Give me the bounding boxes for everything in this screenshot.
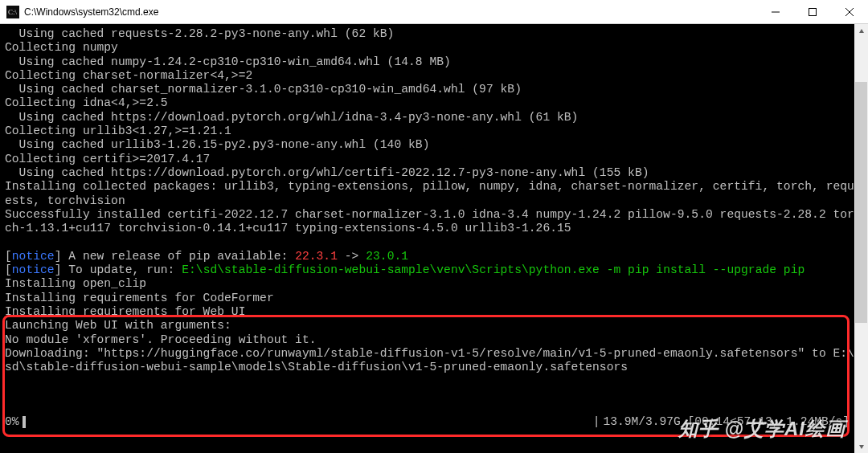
window-title: C:\Windows\system32\cmd.exe <box>24 6 158 18</box>
terminal-line: Collecting numpy <box>5 41 866 55</box>
terminal-line: Installing requirements for CodeFormer <box>5 292 866 305</box>
terminal-line: Downloading: "https://huggingface.co/run… <box>5 347 866 361</box>
terminal-line: ch-1.13.1+cu117 torchvision-0.14.1+cu117… <box>5 222 866 235</box>
terminal-segment: E:\sd\stable-diffusion-webui-sample\venv… <box>182 263 805 276</box>
terminal-segment: Downloading: "https://huggingface.co/run… <box>5 347 854 360</box>
terminal-line: Using cached charset_normalizer-3.1.0-cp… <box>5 83 866 96</box>
terminal-segment: -> <box>338 250 366 263</box>
terminal-segment: ] To update, run: <box>55 263 182 276</box>
download-progress-row: 0% | 13.9M/3.97G [00:14<57:13, 1.24MB/s] <box>5 415 850 429</box>
terminal-segment: Collecting certifi>=2017.4.17 <box>5 153 210 165</box>
progress-bar-fill <box>23 416 26 428</box>
terminal-line: Using cached urllib3-1.26.15-py2.py3-non… <box>5 138 866 152</box>
terminal-segment: Collecting charset-normalizer<4,>=2 <box>5 69 252 82</box>
terminal-segment: [ <box>5 263 12 276</box>
terminal-line: Collecting charset-normalizer<4,>=2 <box>5 69 866 83</box>
svg-text:C:\: C:\ <box>8 8 18 16</box>
terminal-line: [notice] A new release of pip available:… <box>5 250 866 263</box>
terminal-line: Using cached requests-2.28.2-py3-none-an… <box>5 27 866 41</box>
terminal-line: [notice] To update, run: E:\sd\stable-di… <box>5 263 866 277</box>
terminal-segment: 23.0.1 <box>366 250 408 263</box>
terminal-line: Installing requirements for Web UI <box>5 305 866 319</box>
terminal-line: Using cached https://download.pytorch.or… <box>5 166 866 180</box>
terminal-line: Using cached https://download.pytorch.or… <box>5 111 866 124</box>
terminal-line: sd\stable-diffusion-webui-sample\models\… <box>5 361 866 374</box>
terminal-segment: ests, torchvision <box>5 194 125 207</box>
maximize-button[interactable] <box>794 0 831 24</box>
scrollbar-thumb[interactable] <box>855 82 867 323</box>
terminal-segment: 22.3.1 <box>295 250 338 263</box>
terminal-segment: Installing open_clip <box>5 277 146 290</box>
terminal-line <box>5 235 866 249</box>
cmd-icon: C:\ <box>6 6 19 18</box>
svg-rect-3 <box>809 8 817 15</box>
terminal-line <box>5 374 866 388</box>
close-button[interactable] <box>831 0 868 24</box>
terminal-line: Installing open_clip <box>5 277 866 291</box>
terminal-segment: Launching Web UI with arguments: <box>5 319 231 332</box>
terminal-output[interactable]: Using cached requests-2.28.2-py3-none-an… <box>0 24 868 453</box>
terminal-line: Successfully installed certifi-2022.12.7… <box>5 208 866 222</box>
terminal-segment: Using cached https://download.pytorch.or… <box>5 166 649 179</box>
progress-stats: 13.9M/3.97G [00:14<57:13, 1.24MB/s] <box>603 415 850 429</box>
scrollbar-down-arrow-icon[interactable] <box>854 439 868 453</box>
terminal-segment: Using cached https://download.pytorch.or… <box>5 111 578 124</box>
terminal-segment: ch-1.13.1+cu117 torchvision-0.14.1+cu117… <box>5 222 571 235</box>
terminal-segment: Collecting idna<4,>=2.5 <box>5 96 168 109</box>
terminal-segment: Collecting urllib3<1.27,>=1.21.1 <box>5 124 231 137</box>
svg-marker-6 <box>859 29 864 33</box>
svg-marker-7 <box>859 445 864 449</box>
terminal-segment: Installing collected packages: urllib3, … <box>5 180 854 193</box>
terminal-segment: sd\stable-diffusion-webui-sample\models\… <box>5 361 628 373</box>
terminal-segment: Using cached requests-2.28.2-py3-none-an… <box>5 27 394 40</box>
titlebar[interactable]: C:\ C:\Windows\system32\cmd.exe <box>0 0 868 24</box>
window-frame: C:\ C:\Windows\system32\cmd.exe Using ca… <box>0 0 868 453</box>
terminal-segment: [ <box>5 250 12 263</box>
terminal-line: Installing collected packages: urllib3, … <box>5 180 866 194</box>
terminal-line: Collecting idna<4,>=2.5 <box>5 96 866 110</box>
terminal-line: No module 'xformers'. Proceeding without… <box>5 333 866 347</box>
terminal-line: Launching Web UI with arguments: <box>5 319 866 333</box>
terminal-segment: No module 'xformers'. Proceeding without… <box>5 333 317 346</box>
scrollbar-up-arrow-icon[interactable] <box>854 24 868 38</box>
terminal-segment: Using cached urllib3-1.26.15-py2.py3-non… <box>5 138 429 151</box>
terminal-segment: Collecting numpy <box>5 41 118 54</box>
terminal-area: Using cached requests-2.28.2-py3-none-an… <box>0 24 868 453</box>
terminal-line: Collecting urllib3<1.27,>=1.21.1 <box>5 124 866 138</box>
terminal-segment: Installing requirements for CodeFormer <box>5 292 274 304</box>
vertical-scrollbar[interactable] <box>854 24 868 453</box>
terminal-segment: ] A new release of pip available: <box>55 250 295 263</box>
terminal-line: Using cached numpy-1.24.2-cp310-cp310-wi… <box>5 55 866 69</box>
terminal-line: Collecting certifi>=2017.4.17 <box>5 153 866 166</box>
terminal-segment: Successfully installed certifi-2022.12.7… <box>5 208 854 221</box>
terminal-line: ests, torchvision <box>5 194 866 208</box>
terminal-segment: Using cached numpy-1.24.2-cp310-cp310-wi… <box>5 55 451 68</box>
progress-separator: | <box>590 415 604 429</box>
minimize-button[interactable] <box>757 0 794 24</box>
terminal-segment: Installing requirements for Web UI <box>5 305 245 318</box>
terminal-segment: Using cached charset_normalizer-3.1.0-cp… <box>5 83 522 96</box>
terminal-segment: notice <box>12 263 55 276</box>
terminal-segment: notice <box>12 250 55 263</box>
progress-percent: 0% <box>5 415 23 429</box>
